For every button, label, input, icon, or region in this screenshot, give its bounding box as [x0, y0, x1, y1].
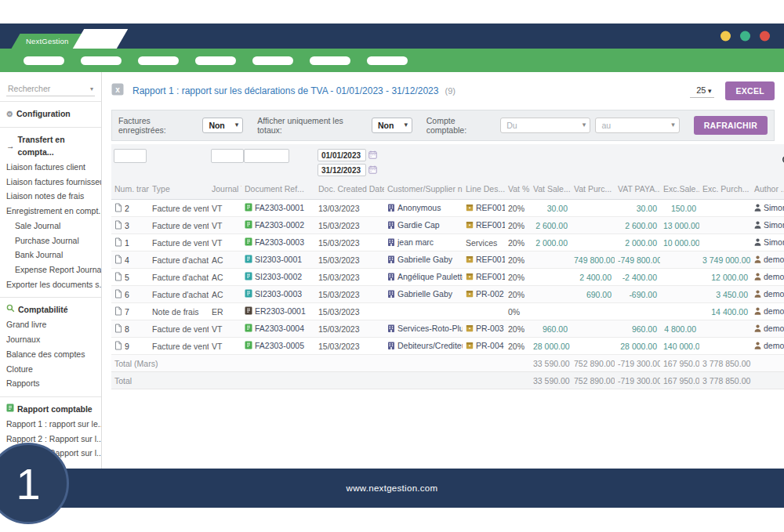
- calendar-icon[interactable]: [368, 150, 377, 161]
- page-size-select[interactable]: 25: [690, 84, 714, 98]
- column-header-vat_sale[interactable]: Vat Sale...: [530, 181, 571, 200]
- sidebar-item[interactable]: Bank Journal: [0, 248, 101, 263]
- column-header-author[interactable]: Author ...: [751, 181, 784, 200]
- cell-vat_sale: [530, 269, 571, 286]
- cell-journal: VT: [209, 200, 241, 217]
- sidebar-item[interactable]: Expense Report Journal: [0, 263, 101, 278]
- yellow-dot-icon[interactable]: [720, 31, 731, 42]
- column-header-line_desc[interactable]: Line Des...: [463, 181, 505, 200]
- registered-filter-label: Factures enregistrées:: [118, 116, 198, 135]
- account-from-combobox[interactable]: Du: [500, 118, 590, 133]
- nav-menu-pill[interactable]: [138, 56, 179, 65]
- cell-doc_ref[interactable]: ER2303-0001: [241, 303, 315, 320]
- cell-customer[interactable]: jean marc: [384, 234, 463, 252]
- cell-num: 9: [111, 338, 149, 355]
- docref-filter-input[interactable]: [244, 149, 289, 163]
- cell-customer[interactable]: Gardie Cap: [384, 217, 463, 234]
- sidebar-section-header[interactable]: →Transfert en compta...: [0, 132, 101, 161]
- doc-file-icon: [245, 306, 252, 317]
- totals-only-filter-select[interactable]: Non: [372, 118, 412, 133]
- sidebar-item[interactable]: Liaison factures client: [0, 160, 101, 175]
- cell-doc_ref[interactable]: SI2303-0001: [241, 252, 315, 269]
- sidebar-item[interactable]: Exporter les documents s...: [0, 277, 101, 292]
- column-header-num[interactable]: Num. tran...: [111, 181, 149, 200]
- cell-customer[interactable]: Anonymous: [384, 200, 463, 217]
- cell-doc_ref[interactable]: FA2303-0001: [241, 200, 315, 217]
- cell-exc_purch: [699, 234, 751, 252]
- cell-customer[interactable]: Services-Roto-Plus: [384, 320, 463, 338]
- sidebar-item[interactable]: Purchase Journal: [0, 233, 101, 248]
- total-value: 33 590.00: [530, 355, 571, 372]
- column-header-vat_purc[interactable]: Vat Purc...: [571, 181, 615, 200]
- num-filter-input[interactable]: [114, 149, 147, 163]
- cell-doc_ref[interactable]: SI2303-0002: [241, 269, 315, 286]
- cell-customer[interactable]: Gabrielle Gaby: [384, 286, 463, 303]
- cell-vat_purc: 749 800.00: [571, 252, 615, 269]
- brand-tab[interactable]: NextGestion: [12, 34, 83, 49]
- date-to-input[interactable]: 31/12/2023: [318, 164, 382, 176]
- sidebar-search-select[interactable]: Rechercher: [6, 81, 95, 96]
- calendar-icon[interactable]: [368, 165, 377, 176]
- sidebar-item[interactable]: Rapports: [0, 377, 101, 392]
- nav-menu-pill[interactable]: [252, 56, 293, 65]
- sidebar-section-header[interactable]: Comptabilité: [0, 302, 101, 318]
- sidebar-item[interactable]: Cloture: [0, 362, 101, 377]
- sidebar-item[interactable]: Liaison notes de frais: [0, 190, 101, 204]
- column-header-date[interactable]: Doc. Created Date ▼: [315, 181, 384, 200]
- column-header-exc_sale[interactable]: Exc.Sale...: [660, 181, 699, 200]
- cell-num: 3: [111, 217, 149, 234]
- red-dot-icon[interactable]: [760, 31, 770, 42]
- registered-filter-select[interactable]: Non: [202, 118, 243, 133]
- refresh-button[interactable]: RAFRAICHIR: [694, 116, 768, 135]
- sidebar-item[interactable]: Sale Journal: [0, 219, 101, 233]
- account-to-combobox[interactable]: au: [595, 118, 679, 133]
- journal-filter-input[interactable]: [211, 149, 244, 163]
- column-header-doc_ref[interactable]: Document Ref...: [241, 181, 315, 200]
- cell-type: Facture de vente: [149, 338, 209, 355]
- sidebar-item[interactable]: Liaison factures fournisseur: [0, 175, 101, 190]
- cell-vat_purc: [571, 338, 615, 355]
- nav-menu-pill[interactable]: [24, 56, 64, 65]
- nav-menu-pill[interactable]: [195, 56, 236, 65]
- column-header-journal[interactable]: Journal T...: [209, 181, 241, 200]
- cell-num: 7: [111, 303, 149, 320]
- cell-vat_purc: [571, 234, 615, 252]
- column-header-vat_pct[interactable]: Vat %: [505, 181, 530, 200]
- cell-customer[interactable]: Gabrielle Gaby: [384, 252, 463, 269]
- cell-line_desc: PR-004: [463, 338, 505, 355]
- total-value: -719 300.00: [615, 372, 660, 389]
- sidebar-item[interactable]: Grand livre: [0, 318, 101, 333]
- sidebar-section-header[interactable]: ⚙Configuration: [0, 107, 101, 122]
- cell-doc_ref[interactable]: FA2303-0003: [241, 234, 315, 252]
- column-header-type[interactable]: Type: [149, 181, 209, 200]
- cell-vat_paya: -749 800.00: [615, 252, 660, 269]
- total-value: 167 950.00: [660, 372, 699, 389]
- date-from-input[interactable]: 01/01/2023: [318, 149, 382, 161]
- cell-vat_paya: 28 000.00: [615, 338, 660, 355]
- sidebar-item[interactable]: Rapport 1 : rapport sur le...: [0, 417, 101, 432]
- sidebar-divider: [0, 127, 101, 128]
- excel-export-button[interactable]: EXCEL: [725, 81, 775, 100]
- column-header-customer[interactable]: Customer/Supplier n...: [384, 181, 463, 200]
- nav-menu-pill[interactable]: [81, 56, 122, 65]
- cell-customer[interactable]: Debiteurs/Crediteurs: [384, 338, 463, 355]
- sidebar-item[interactable]: Journaux: [0, 333, 101, 348]
- sidebar-section-header[interactable]: Rapport comptable: [0, 402, 101, 418]
- column-header-exc_purch[interactable]: Exc. Purch...: [699, 181, 751, 200]
- sidebar-item[interactable]: Balance des comptes: [0, 347, 101, 362]
- cell-exc_sale: [660, 286, 699, 303]
- nav-menu-pill[interactable]: [310, 56, 350, 65]
- nav-menu-pill[interactable]: [367, 56, 408, 65]
- cell-doc_ref[interactable]: FA2303-0005: [241, 338, 315, 355]
- cell-customer[interactable]: Angélique Paulette: [384, 269, 463, 286]
- secondary-tab[interactable]: [73, 29, 128, 49]
- sidebar-section-label: Rapport comptable: [17, 404, 93, 416]
- column-header-vat_paya[interactable]: VAT PAYA...: [615, 181, 660, 200]
- total-label: Total (Mars): [111, 355, 530, 372]
- cell-vat_purc: [571, 217, 615, 234]
- cell-doc_ref[interactable]: FA2303-0002: [241, 217, 315, 234]
- cell-doc_ref[interactable]: SI2303-0003: [241, 286, 315, 303]
- sidebar-item[interactable]: Enregistrement en compt...: [0, 204, 101, 219]
- teal-dot-icon[interactable]: [740, 31, 750, 42]
- cell-doc_ref[interactable]: FA2303-0004: [241, 320, 315, 338]
